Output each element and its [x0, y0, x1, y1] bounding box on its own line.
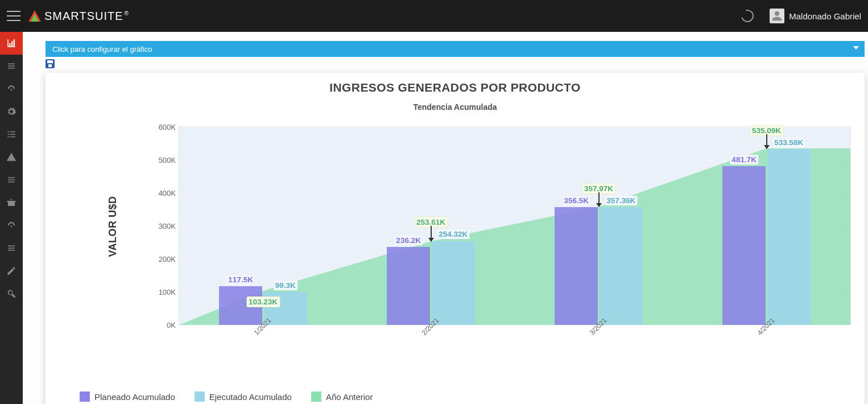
- sidebar: [0, 32, 23, 404]
- chart-plot: 0K100K200K300K400K500K600K117.5K236.2K35…: [105, 126, 851, 348]
- chart-subtitle: Tendencia Acumulada: [59, 102, 851, 112]
- legend: Planeado Acumulado Ejecutado Acumulado A…: [80, 391, 373, 402]
- sidebar-item-gauge[interactable]: [0, 214, 23, 237]
- sidebar-item-list-2[interactable]: [0, 123, 23, 146]
- data-label-plan: 356.5K: [562, 196, 590, 205]
- refresh-icon[interactable]: [739, 7, 756, 24]
- y-tick: 600K: [159, 123, 176, 131]
- callout-arrow-icon: [766, 134, 767, 149]
- user-name: Maldonado Gabriel: [789, 11, 861, 21]
- data-label-exec: 99.3K: [274, 281, 297, 290]
- legend-label: Ejecutado Acumulado: [209, 392, 292, 402]
- sidebar-item-edit[interactable]: [0, 259, 23, 282]
- sidebar-item-list-1[interactable]: [0, 55, 23, 77]
- sidebar-item-chart[interactable]: [0, 32, 23, 55]
- y-tick: 0K: [167, 321, 176, 329]
- brand-text: SMARTSUITE®: [44, 10, 129, 23]
- sidebar-item-wrench[interactable]: [0, 282, 23, 305]
- sidebar-item-list-3[interactable]: [0, 168, 23, 191]
- chart-card: INGRESOS GENERADOS POR PRODUCTO Tendenci…: [46, 73, 865, 404]
- data-label-prev: 103.23K: [246, 296, 280, 307]
- data-label-exec: 533.58K: [772, 138, 805, 147]
- legend-swatch-icon: [311, 391, 321, 402]
- config-chart-bar[interactable]: Click para configurar el gráfico: [46, 41, 865, 57]
- bar-exec[interactable]: [432, 241, 476, 325]
- legend-swatch-icon: [80, 391, 90, 402]
- user-menu[interactable]: Maldonado Gabriel: [770, 9, 861, 23]
- callout-arrow-icon: [431, 226, 432, 241]
- legend-label: Planeado Acumulado: [94, 392, 175, 402]
- bar-plan[interactable]: [555, 207, 598, 325]
- legend-item-prev[interactable]: Año Anterior: [311, 391, 373, 402]
- legend-swatch-icon: [195, 391, 205, 402]
- y-tick: 100K: [159, 288, 176, 296]
- brand-logo[interactable]: SMARTSUITE®: [28, 10, 129, 23]
- chart-title: INGRESOS GENERADOS POR PRODUCTO: [59, 81, 851, 94]
- sidebar-item-list-4[interactable]: [0, 237, 23, 259]
- bar-exec[interactable]: [767, 149, 811, 325]
- data-label-plan: 236.2K: [394, 236, 423, 245]
- save-icon[interactable]: [46, 59, 55, 68]
- legend-label: Año Anterior: [326, 392, 373, 402]
- y-tick: 400K: [159, 189, 176, 197]
- legend-item-plan[interactable]: Planeado Acumulado: [80, 391, 175, 402]
- sidebar-item-dashboard[interactable]: [0, 77, 23, 100]
- callout-arrow-icon: [598, 192, 600, 207]
- data-label-exec: 357.36K: [605, 196, 637, 205]
- sidebar-item-settings[interactable]: [0, 100, 23, 123]
- y-tick: 200K: [159, 255, 176, 263]
- bar-plan[interactable]: [722, 166, 766, 325]
- bar-plan[interactable]: [387, 247, 431, 325]
- bar-exec[interactable]: [600, 207, 643, 325]
- x-axis: 1/20212/20213/20214/2021: [179, 325, 851, 348]
- plot-area: 0K100K200K300K400K500K600K117.5K236.2K35…: [179, 126, 851, 325]
- config-chart-label: Click para configurar el gráfico: [52, 45, 152, 53]
- data-label-exec: 254.32K: [437, 229, 469, 239]
- legend-item-exec[interactable]: Ejecutado Acumulado: [195, 391, 292, 402]
- sidebar-item-alerts[interactable]: [0, 146, 23, 168]
- y-tick: 300K: [159, 222, 176, 230]
- avatar: [770, 9, 784, 23]
- data-label-plan: 117.5K: [226, 275, 255, 285]
- sidebar-item-briefcase[interactable]: [0, 191, 23, 214]
- logo-triangle-icon: [28, 10, 41, 22]
- topbar: SMARTSUITE® Maldonado Gabriel: [0, 0, 868, 32]
- y-tick: 500K: [159, 156, 176, 164]
- data-label-plan: 481.7K: [730, 155, 758, 164]
- chevron-down-icon: [853, 46, 859, 50]
- menu-icon[interactable]: [7, 11, 20, 21]
- main-content: Click para configurar el gráfico INGRESO…: [23, 32, 868, 404]
